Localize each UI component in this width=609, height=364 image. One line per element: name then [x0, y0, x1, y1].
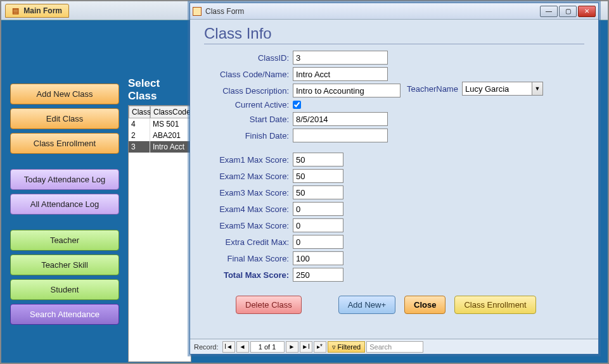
nav-next-button[interactable]: ► — [286, 341, 298, 353]
label-teacher: TeacherName — [407, 84, 458, 94]
label-exam2: Exam2 Max Score: — [204, 172, 293, 181]
close-window-button[interactable]: ✕ — [578, 6, 596, 17]
btn-label: Class Enrollment — [464, 300, 526, 310]
btn-label: Edit Class — [46, 114, 84, 123]
cell-code: MS 501 — [150, 118, 191, 130]
record-position: 1 of 1 — [250, 341, 285, 353]
teacher-field-group: TeacherName ▼ — [407, 82, 543, 96]
nav-prev-button[interactable]: ◄ — [236, 341, 249, 353]
nav-first-button[interactable]: I◄ — [222, 341, 235, 353]
all-attendance-log-button[interactable]: All Attendance Log — [10, 194, 119, 215]
classid-field[interactable] — [293, 51, 388, 65]
add-new-class-button[interactable]: Add New Class — [10, 84, 119, 104]
today-attendance-log-button[interactable]: Today Attendance Log — [10, 169, 119, 190]
close-button[interactable]: Close — [404, 296, 446, 314]
nav-new-button[interactable]: ▸* — [314, 341, 326, 353]
dialog-title: Class Form — [205, 7, 540, 16]
table-row-selected[interactable]: 3 Intro Acct — [129, 141, 191, 153]
nav-last-button[interactable]: ►I — [300, 341, 312, 353]
label-exam1: Exam1 Max Score: — [204, 155, 293, 165]
btn-label: Add New Class — [37, 89, 93, 99]
btn-label: Teacher Skill — [41, 260, 88, 270]
filter-label: Filtered — [338, 342, 361, 352]
table-row[interactable]: 4 MS 501 — [129, 118, 191, 130]
form-icon: ▤ — [12, 6, 19, 15]
record-label: Record: — [194, 343, 219, 351]
cell-code: ABA201 — [150, 130, 191, 141]
btn-label: All Attendance Log — [30, 199, 99, 209]
btn-label: Class Enrollment — [34, 139, 96, 148]
cell-code: Intro Acct — [150, 141, 191, 153]
delete-class-button[interactable]: Delete Class — [236, 296, 302, 314]
teacher-skill-button[interactable]: Teacher Skill — [10, 254, 119, 275]
exam2-field[interactable] — [293, 169, 343, 183]
startdate-field[interactable] — [293, 112, 388, 126]
active-checkbox[interactable] — [293, 101, 301, 109]
search-attendance-button[interactable]: Search Attendance — [10, 304, 119, 325]
btn-label: Search Attendance — [30, 310, 99, 319]
exam5-field[interactable] — [293, 218, 343, 232]
header-classid[interactable]: ClassID — [129, 106, 150, 118]
label-classcode: Class Code/Name: — [204, 70, 293, 79]
select-class-title: Select Class — [128, 77, 191, 103]
record-search-input[interactable]: Search — [366, 341, 423, 353]
label-classid: ClassID: — [204, 53, 293, 63]
classdesc-field[interactable] — [293, 84, 401, 97]
minimize-button[interactable]: — — [540, 6, 558, 17]
exam3-field[interactable] — [293, 185, 343, 199]
header-classcode[interactable]: ClassCode — [150, 106, 191, 118]
btn-label: Close — [414, 300, 436, 310]
label-exam4: Exam4 Max Score: — [204, 204, 293, 214]
teacher-input[interactable] — [462, 82, 532, 96]
dialog-body: Class Info ClassID: Class Code/Name: Cla… — [190, 20, 598, 337]
btn-label: Teacher — [50, 235, 79, 245]
dialog-titlebar[interactable]: Class Form — ▢ ✕ — [190, 3, 598, 20]
extracredit-field[interactable] — [293, 235, 343, 249]
main-tab-label: Main Form — [23, 6, 62, 15]
teacher-button[interactable]: Teacher — [10, 230, 119, 251]
cell-id: 2 — [129, 130, 150, 141]
btn-label: Delete Class — [245, 300, 292, 310]
class-enrollment-button[interactable]: Class Enrollment — [454, 296, 535, 314]
totalscore-field[interactable] — [293, 268, 343, 282]
main-form-tab[interactable]: ▤ Main Form — [5, 4, 69, 18]
label-total: Total Max Score: — [204, 270, 293, 280]
finalscore-field[interactable] — [293, 251, 343, 265]
class-table-header: ClassID ClassCode — [129, 106, 191, 118]
label-classdesc: Class Description: — [204, 86, 293, 96]
edit-class-button[interactable]: Edit Class — [10, 108, 119, 129]
btn-label: Today Attendance Log — [24, 175, 106, 184]
divider — [204, 44, 584, 44]
class-form-dialog: Class Form — ▢ ✕ Class Info ClassID: Cla… — [189, 3, 599, 355]
select-class-panel: Select Class ClassID ClassCode 4 MS 501 … — [128, 20, 191, 363]
student-button[interactable]: Student — [10, 279, 119, 300]
finishdate-field[interactable] — [293, 129, 388, 142]
label-exam5: Exam5 Max Score: — [204, 221, 293, 230]
cell-id: 4 — [129, 118, 150, 130]
table-row[interactable]: 2 ABA201 — [129, 130, 191, 141]
btn-label: Student — [51, 285, 79, 294]
sidebar: Add New Class Edit Class Class Enrollmen… — [1, 20, 128, 363]
chevron-down-icon[interactable]: ▼ — [532, 82, 543, 96]
dialog-heading: Class Info — [204, 25, 584, 42]
exam4-field[interactable] — [293, 202, 343, 216]
class-enrollment-button[interactable]: Class Enrollment — [10, 133, 119, 154]
label-start: Start Date: — [204, 115, 293, 124]
label-final: Final Max Score: — [204, 254, 293, 263]
label-finish: Finish Date: — [204, 131, 293, 141]
window-buttons: — ▢ ✕ — [540, 6, 596, 17]
classcode-field[interactable] — [293, 67, 388, 81]
maximize-button[interactable]: ▢ — [559, 6, 577, 17]
record-navigator: Record: I◄ ◄ 1 of 1 ► ►I ▸* ▿ Filtered S… — [190, 339, 598, 354]
add-new-button[interactable]: Add New+ — [338, 296, 395, 314]
class-table: ClassID ClassCode 4 MS 501 2 ABA201 3 In… — [128, 105, 191, 362]
form-icon — [193, 7, 202, 16]
cell-id: 3 — [129, 141, 150, 153]
action-buttons: Delete Class Add New+ Close Class Enroll… — [236, 296, 584, 314]
exam1-field[interactable] — [293, 153, 343, 166]
teacher-combobox[interactable]: ▼ — [462, 82, 543, 96]
table-empty-area — [129, 153, 191, 361]
label-exam3: Exam3 Max Score: — [204, 188, 293, 198]
filter-indicator[interactable]: ▿ Filtered — [328, 341, 366, 353]
filter-icon: ▿ — [332, 342, 336, 352]
